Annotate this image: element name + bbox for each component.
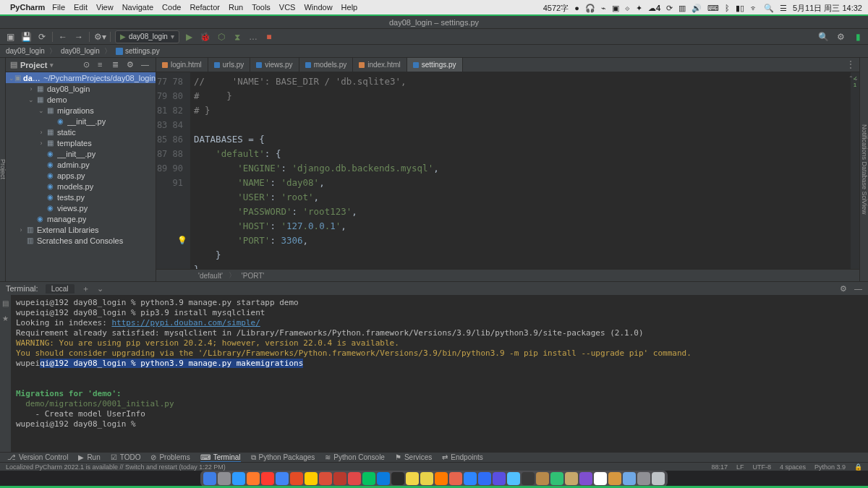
- dock-app-30[interactable]: [637, 472, 650, 485]
- menu-navigate[interactable]: Navigate: [122, 3, 153, 12]
- tree-item[interactable]: ⌄▦migrations: [6, 105, 156, 116]
- dock-app-22[interactable]: [522, 472, 535, 485]
- tree-item[interactable]: ◉apps.py: [6, 170, 156, 181]
- open-icon[interactable]: ▣: [4, 31, 16, 43]
- menu-view[interactable]: View: [96, 3, 114, 12]
- caret-position[interactable]: 88:17: [711, 463, 728, 471]
- dropbox-icon[interactable]: ⟐: [625, 4, 630, 12]
- headset-icon[interactable]: 🎧: [585, 4, 595, 13]
- run-icon[interactable]: ▶: [184, 31, 195, 43]
- forward-icon[interactable]: →: [73, 31, 85, 43]
- toolwindow-todo[interactable]: ☑TODO: [111, 453, 141, 461]
- dock-app-18[interactable]: [464, 472, 477, 485]
- editor-tab[interactable]: models.py: [299, 58, 354, 72]
- dock-app-0[interactable]: [203, 472, 216, 485]
- tree-item[interactable]: ›▦static: [6, 127, 156, 137]
- menu-window[interactable]: Window: [304, 3, 332, 12]
- attach-icon[interactable]: …: [247, 31, 259, 43]
- editor-crumb[interactable]: 'default': [198, 272, 223, 280]
- reload-icon[interactable]: ⟳: [36, 31, 48, 43]
- run-config-selector[interactable]: ▶day08_login▾: [115, 30, 179, 43]
- dock-app-15[interactable]: [420, 472, 433, 485]
- menu-refactor[interactable]: Refactor: [190, 3, 220, 12]
- editor-tab[interactable]: settings.py: [407, 58, 463, 72]
- dock-app-6[interactable]: [290, 472, 303, 485]
- charcount-indicator[interactable]: 4572字: [543, 3, 569, 14]
- dock-app-28[interactable]: [608, 472, 621, 485]
- editor-scrollbar[interactable]: ✓ 1 ⌃⌄: [851, 72, 859, 269]
- terminal-output[interactable]: wupeiqi@192 day08_login % python3.9 mana…: [12, 295, 868, 452]
- breadcrumb[interactable]: day08_login: [61, 47, 100, 55]
- coverage-icon[interactable]: ⬡: [216, 31, 227, 43]
- select-opened-icon[interactable]: ⊙: [83, 60, 93, 70]
- left-stripe[interactable]: Project: [0, 58, 6, 281]
- expand-all-icon[interactable]: ≡: [98, 60, 108, 70]
- menu-code[interactable]: Code: [162, 3, 181, 12]
- toolwindow-terminal[interactable]: ⌨Terminal: [200, 453, 241, 463]
- dock-app-27[interactable]: [594, 472, 607, 485]
- battery-icon[interactable]: ▮▯: [736, 4, 744, 13]
- dock-app-23[interactable]: [536, 472, 549, 485]
- terminal-tab[interactable]: Local: [46, 284, 75, 294]
- toolwindow-run[interactable]: ▶Run: [78, 453, 100, 461]
- toolwindow-services[interactable]: ⚑Services: [395, 453, 432, 461]
- dock-app-26[interactable]: [579, 472, 592, 485]
- tree-item[interactable]: ◉tests.py: [6, 192, 156, 202]
- toolwindow-python-console[interactable]: ≋Python Console: [325, 453, 385, 461]
- dock-app-10[interactable]: [348, 472, 361, 485]
- tree-item[interactable]: ◉__init__.py: [6, 148, 156, 159]
- mac-datetime[interactable]: 5月11日 周三 14:32: [793, 3, 862, 14]
- profile-icon[interactable]: ⧗: [231, 31, 243, 43]
- volume-icon[interactable]: 🔊: [692, 4, 702, 13]
- hammer-icon[interactable]: ✦: [636, 4, 642, 13]
- settings-gear-icon[interactable]: ⚙: [127, 60, 137, 70]
- terminal-add-icon[interactable]: ＋: [82, 283, 90, 294]
- dock-app-16[interactable]: [435, 472, 448, 485]
- tree-item[interactable]: ⌄▦demo: [6, 94, 156, 105]
- tree-item[interactable]: ▥Scratches and Consoles: [6, 235, 156, 246]
- toolwindow-python-packages[interactable]: ⧉Python Packages: [251, 453, 315, 462]
- terminal-settings-icon[interactable]: ⚙: [840, 284, 847, 294]
- stop-icon[interactable]: ■: [263, 31, 275, 43]
- editor-crumb[interactable]: 'PORT': [242, 272, 264, 280]
- dock-app-1[interactable]: [218, 472, 231, 485]
- tabs-more-icon[interactable]: ⋮: [846, 59, 855, 69]
- dock-app-2[interactable]: [232, 472, 245, 485]
- camera-icon[interactable]: ⌁: [601, 4, 606, 13]
- control-center-icon[interactable]: ☰: [780, 4, 787, 13]
- settings-icon[interactable]: ⚙: [835, 31, 846, 43]
- reader-lock-icon[interactable]: 🔒: [854, 463, 862, 471]
- back-icon[interactable]: ←: [57, 31, 69, 43]
- editor-gutter[interactable]: 77 78 79 80 81 82 83 84 85 86 87 88 89 9…: [156, 72, 191, 269]
- file-encoding[interactable]: UTF-8: [752, 463, 771, 471]
- tree-item[interactable]: ›▦day08_login: [6, 83, 156, 94]
- terminal-hide-icon[interactable]: —: [854, 284, 862, 294]
- python-interpreter[interactable]: Python 3.9: [814, 463, 846, 471]
- tree-item[interactable]: ›▦templates: [6, 137, 156, 148]
- breadcrumb[interactable]: settings.py: [116, 47, 160, 55]
- editor-tab[interactable]: index.html: [353, 58, 407, 72]
- menu-run[interactable]: Run: [229, 3, 243, 12]
- app-name[interactable]: PyCharm: [10, 3, 45, 12]
- dock-app-4[interactable]: [261, 472, 274, 485]
- breadcrumb[interactable]: day08_login: [6, 47, 45, 55]
- toolwindow-problems[interactable]: ⊘Problems: [150, 453, 190, 461]
- dock-app-14[interactable]: [406, 472, 419, 485]
- editor-tab[interactable]: login.html: [156, 58, 208, 72]
- display-icon[interactable]: ▥: [678, 4, 686, 13]
- sync-icon[interactable]: ⟳: [666, 4, 673, 13]
- config-dropdown-icon[interactable]: ⚙▾: [94, 31, 106, 43]
- tree-root[interactable]: ⌄▣ day08_login ~/PycharmProjects/day08_l…: [6, 72, 156, 83]
- dock-app-29[interactable]: [623, 472, 636, 485]
- structure-stripe-icon[interactable]: ▤: [2, 299, 9, 307]
- line-separator[interactable]: LF: [736, 463, 744, 471]
- dock-app-11[interactable]: [362, 472, 375, 485]
- toolwindow-version-control[interactable]: ⎇Version Control: [7, 453, 68, 461]
- dock-app-13[interactable]: [391, 472, 404, 485]
- save-icon[interactable]: 💾: [20, 31, 32, 43]
- dock-app-12[interactable]: [377, 472, 390, 485]
- dock-app-24[interactable]: [550, 472, 563, 485]
- bluetooth-icon[interactable]: ᛒ: [725, 4, 730, 12]
- dock-app-25[interactable]: [565, 472, 578, 485]
- mic-icon[interactable]: ●: [574, 4, 579, 12]
